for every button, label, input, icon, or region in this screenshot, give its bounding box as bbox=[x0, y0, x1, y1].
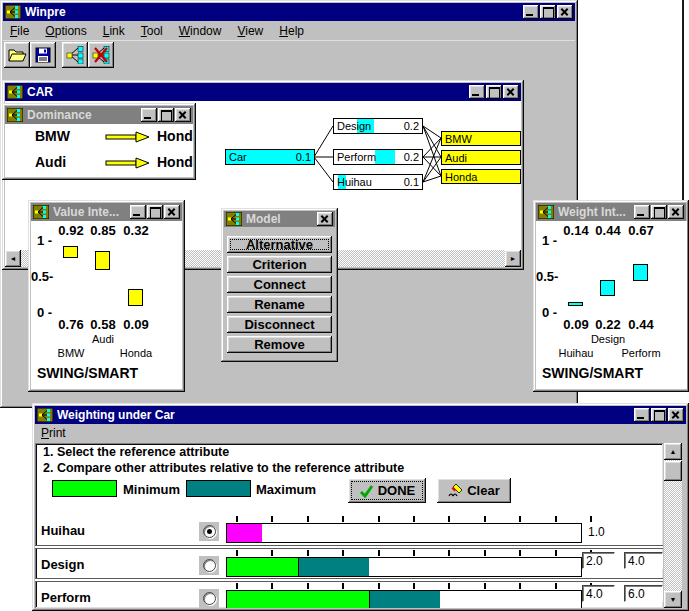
app-icon bbox=[37, 408, 53, 422]
menu-tool[interactable]: Tool bbox=[139, 23, 165, 39]
tree-node-car[interactable]: Car 0.1 bbox=[225, 149, 315, 165]
min-value-field[interactable]: 4.0 bbox=[582, 585, 615, 602]
weighting-titlebar[interactable]: Weighting under Car bbox=[35, 406, 686, 424]
maximize-button[interactable] bbox=[158, 108, 174, 122]
car-titlebar[interactable]: CAR bbox=[5, 83, 521, 101]
vertical-scrollbar[interactable]: ▲ ▼ bbox=[664, 443, 682, 608]
close-button[interactable] bbox=[503, 85, 519, 99]
category-label: Huihau bbox=[549, 347, 603, 359]
max-value-field[interactable]: 6.0 bbox=[624, 585, 663, 602]
model-tree-button[interactable] bbox=[62, 42, 88, 68]
app-icon bbox=[33, 205, 49, 219]
lower-bound-value: 0.22 bbox=[590, 317, 626, 332]
dominance-window: Dominance BMW Honda Audi Honda bbox=[2, 103, 196, 180]
rename-button[interactable]: Rename bbox=[227, 296, 332, 313]
close-button[interactable] bbox=[164, 205, 180, 219]
model-titlebar[interactable]: Model bbox=[224, 211, 335, 227]
dominance-titlebar[interactable]: Dominance bbox=[5, 106, 193, 124]
weighting-content: 1. Select the reference attribute 2. Com… bbox=[35, 443, 663, 608]
model-buttons: Alternative Criterion Connect Rename Dis… bbox=[227, 236, 332, 356]
minimize-button[interactable] bbox=[469, 85, 485, 99]
open-button[interactable] bbox=[4, 42, 30, 68]
clear-button[interactable]: Clear bbox=[437, 478, 511, 503]
tree-node-honda[interactable]: Honda bbox=[441, 169, 521, 184]
weight-slider[interactable] bbox=[226, 557, 582, 577]
scroll-right-button[interactable]: ► bbox=[505, 250, 521, 267]
scroll-down-button[interactable]: ▼ bbox=[664, 591, 682, 608]
dominance-pair: BMW Honda bbox=[5, 124, 193, 150]
minimize-button[interactable] bbox=[634, 408, 650, 422]
weight-slider[interactable] bbox=[226, 523, 582, 543]
menu-view[interactable]: View bbox=[235, 23, 265, 39]
remove-model-button[interactable] bbox=[88, 42, 114, 68]
scale-ticks bbox=[231, 583, 587, 589]
minimize-button[interactable] bbox=[634, 205, 650, 219]
remove-button[interactable]: Remove bbox=[227, 336, 332, 353]
maximize-button[interactable] bbox=[540, 5, 556, 19]
model-window: Model Alternative Criterion Connect Rena… bbox=[221, 208, 338, 362]
connect-button[interactable]: Connect bbox=[227, 276, 332, 293]
weight-titlebar[interactable]: Weight Int... bbox=[536, 203, 686, 221]
menu-file[interactable]: File bbox=[8, 23, 31, 39]
reference-radio[interactable] bbox=[203, 592, 216, 605]
scroll-up-button[interactable]: ▲ bbox=[664, 443, 682, 460]
value-titlebar[interactable]: Value Inte... bbox=[31, 203, 182, 221]
minimize-button[interactable] bbox=[130, 205, 146, 219]
interval-box bbox=[600, 280, 615, 296]
row-label: Perform bbox=[41, 590, 91, 605]
scrollbar-thumb[interactable] bbox=[664, 461, 682, 481]
method-label: SWING/SMART bbox=[542, 365, 643, 381]
maximize-button[interactable] bbox=[486, 85, 502, 99]
car-window-title: CAR bbox=[27, 85, 468, 99]
node-value: 0.2 bbox=[404, 120, 419, 132]
menu-link[interactable]: Link bbox=[101, 23, 127, 39]
done-button[interactable]: DONE bbox=[348, 478, 426, 503]
criterion-button[interactable]: Criterion bbox=[227, 256, 332, 273]
scroll-left-button[interactable]: ◄ bbox=[5, 250, 21, 267]
upper-bound-value: 0.85 bbox=[85, 223, 121, 238]
minimize-button[interactable] bbox=[141, 108, 157, 122]
value-chart: 0.92 0.85 0.32 1 - 0.5- 0 - 0.76 0.58 0.… bbox=[31, 221, 182, 389]
node-value: 0.1 bbox=[404, 176, 419, 188]
maximize-button[interactable] bbox=[651, 205, 667, 219]
tree-node-design[interactable]: Design 0.2 bbox=[333, 118, 423, 134]
disconnect-button[interactable]: Disconnect bbox=[227, 316, 332, 333]
tree-node-bmw[interactable]: BMW bbox=[441, 131, 521, 146]
tree-node-audi[interactable]: Audi bbox=[441, 150, 521, 165]
menu-print[interactable]: Print bbox=[39, 425, 68, 441]
dominance-from: BMW bbox=[35, 128, 70, 144]
maximize-button[interactable] bbox=[147, 205, 163, 219]
upper-bound-value: 0.32 bbox=[118, 223, 154, 238]
min-value-field[interactable]: 2.0 bbox=[582, 552, 615, 569]
close-button[interactable] bbox=[317, 212, 333, 226]
menu-window[interactable]: Window bbox=[177, 23, 224, 39]
weight-window-title: Weight Int... bbox=[558, 205, 633, 219]
tree-node-perform[interactable]: Perform 0.2 bbox=[333, 149, 423, 165]
minimize-button[interactable] bbox=[523, 5, 539, 19]
close-button[interactable] bbox=[668, 205, 684, 219]
app-icon bbox=[5, 5, 21, 19]
node-value: 0.2 bbox=[404, 151, 419, 163]
close-button[interactable] bbox=[668, 408, 684, 422]
alternative-button[interactable]: Alternative bbox=[227, 236, 332, 253]
menu-help[interactable]: Help bbox=[277, 23, 306, 39]
category-label: BMW bbox=[44, 347, 98, 359]
maximize-button[interactable] bbox=[651, 408, 667, 422]
weight-slider[interactable] bbox=[226, 590, 582, 608]
main-titlebar[interactable]: Winpre bbox=[3, 3, 575, 21]
dominance-pair: Audi Honda bbox=[5, 150, 193, 176]
tree-node-huihau[interactable]: Huihau 0.1 bbox=[333, 174, 423, 190]
instruction-line-1: 1. Select the reference attribute bbox=[43, 445, 229, 459]
max-value-field[interactable]: 4.0 bbox=[624, 552, 663, 569]
weighting-window: Weighting under Car Print 1. Select the … bbox=[32, 403, 689, 611]
menu-options[interactable]: Options bbox=[43, 23, 88, 39]
close-button[interactable] bbox=[175, 108, 191, 122]
close-button[interactable] bbox=[557, 5, 573, 19]
maximum-bar bbox=[369, 591, 440, 608]
reference-radio[interactable] bbox=[203, 559, 216, 572]
save-button[interactable] bbox=[30, 42, 56, 68]
dominance-content: BMW Honda Audi Honda bbox=[5, 124, 193, 177]
node-label: Perform bbox=[337, 151, 376, 163]
value-window-title: Value Inte... bbox=[53, 205, 129, 219]
reference-radio[interactable] bbox=[203, 525, 216, 538]
